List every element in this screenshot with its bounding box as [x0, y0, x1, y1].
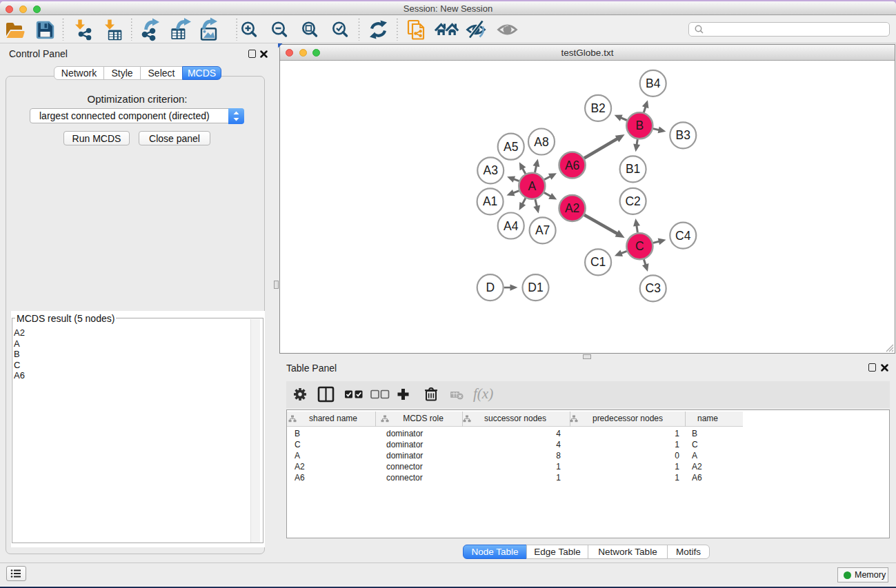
svg-text:D: D	[486, 281, 495, 294]
svg-text:B2: B2	[590, 101, 605, 115]
svg-text:A2: A2	[565, 201, 579, 215]
svg-text:C: C	[635, 239, 644, 253]
svg-text:A7: A7	[535, 223, 550, 237]
svg-text:B3: B3	[676, 128, 690, 142]
svg-text:C4: C4	[675, 229, 691, 243]
svg-text:C1: C1	[590, 255, 606, 269]
svg-text:A3: A3	[483, 163, 497, 177]
svg-text:B4: B4	[646, 77, 661, 90]
svg-text:C2: C2	[625, 194, 640, 208]
svg-text:A1: A1	[483, 194, 497, 208]
svg-text:A5: A5	[504, 140, 518, 154]
svg-text:C3: C3	[646, 281, 661, 295]
svg-text:D1: D1	[528, 281, 543, 294]
svg-text:A6: A6	[565, 159, 579, 172]
svg-text:B1: B1	[626, 162, 640, 176]
svg-text:A4: A4	[504, 219, 519, 233]
svg-text:A8: A8	[534, 135, 548, 149]
svg-text:A: A	[528, 179, 536, 193]
svg-text:B: B	[635, 119, 644, 132]
